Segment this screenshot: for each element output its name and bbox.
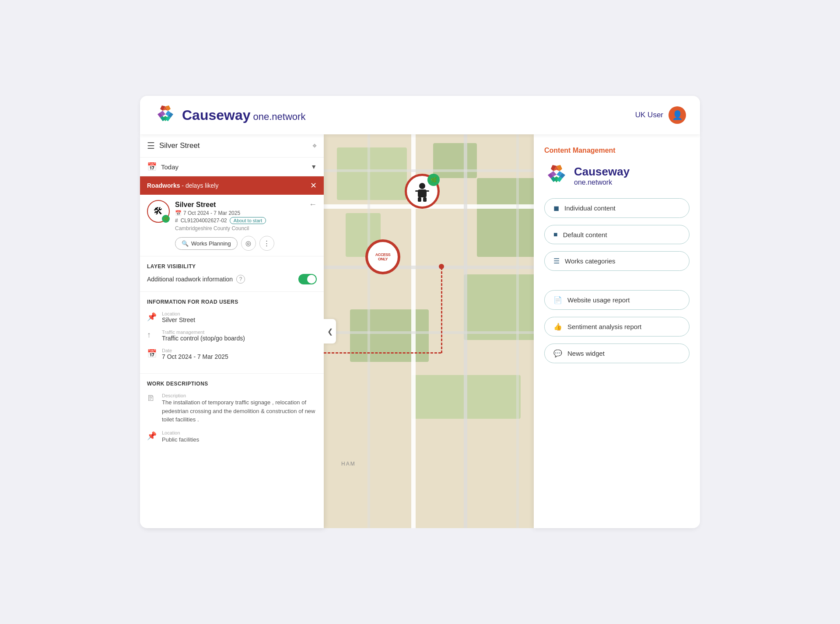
date-dropdown-arrow[interactable]: ▼	[311, 163, 317, 170]
work-desc-section: WORK DESCRIPTIONS 🖹 Description The inst…	[140, 373, 324, 457]
logo-onenetwork-text: one.network	[253, 111, 306, 123]
layer-visibility-title: LAYER VISIBILITY	[147, 263, 317, 270]
user-area: UK User 👤	[635, 106, 686, 124]
marker-circle: 🌿	[405, 174, 440, 209]
svg-point-10	[419, 183, 425, 189]
roadworks-bold-label: Roadworks	[147, 182, 180, 189]
work-icon-circle: 🛠 🌿	[147, 200, 170, 223]
btn-separator	[544, 278, 690, 283]
map-area: HAM ❮	[324, 134, 534, 528]
right-logo-causeway: Causeway	[574, 165, 630, 179]
toggle-knob	[307, 275, 316, 284]
works-categories-button[interactable]: ☰ Works categories	[544, 251, 690, 271]
target-icon: ◎	[245, 239, 251, 247]
page-background: Causeway one.network UK User 👤 ☰ Silve	[0, 0, 840, 624]
right-panel: Content Management	[534, 134, 700, 528]
about-to-start-badge: About to start	[230, 217, 266, 224]
default-content-icon: ■	[553, 231, 558, 238]
map-ham-label: HAM	[341, 461, 356, 467]
right-logo-area: Causeway one.network	[544, 163, 690, 188]
svg-rect-12	[415, 190, 419, 192]
map-green-6	[350, 309, 429, 362]
desc-row: 🖹 Description The installation of tempor…	[147, 393, 317, 424]
map-green-1	[337, 147, 407, 200]
traffic-value: Traffic control (stop/go boards)	[162, 335, 245, 342]
sentiment-analysis-icon: 👍	[553, 323, 562, 331]
work-actions: 🔍 Works Planning ◎ ⋮	[175, 236, 317, 251]
help-icon[interactable]: ?	[236, 275, 245, 284]
user-avatar[interactable]: 👤	[668, 106, 686, 124]
works-categories-icon: ☰	[553, 257, 560, 265]
back-arrow-icon[interactable]: ←	[309, 200, 317, 209]
traffic-info-row: ↑ Traffic management Traffic control (st…	[147, 330, 317, 342]
work-council: Cambridgeshire County Council	[175, 225, 317, 231]
date-icon: 📅	[147, 349, 158, 358]
action-circle-btn-1[interactable]: ◎	[241, 236, 256, 251]
location-crosshair-icon[interactable]: ⌖	[312, 141, 317, 151]
access-only-text2: ONLY	[378, 257, 388, 261]
location-desc-row: 📌 Location Public facilities	[147, 430, 317, 444]
layer-toggle[interactable]	[298, 274, 317, 284]
road-h4	[324, 331, 534, 334]
hamburger-icon[interactable]: ☰	[147, 140, 155, 151]
work-date-cal-icon: 📅	[175, 210, 182, 216]
layer-row-left: Additional roadwork information ?	[147, 275, 245, 284]
content-management-label: Content Management	[544, 147, 690, 154]
desc-location-icon: 📌	[147, 431, 158, 441]
road-h2	[324, 266, 534, 269]
leaf-icon: 🌿	[164, 217, 168, 221]
website-usage-report-button[interactable]: 📄 Website usage report	[544, 290, 690, 310]
work-ref-row: # CL91204002627-02 About to start	[175, 217, 317, 224]
work-title: Silver Street	[175, 201, 216, 209]
worker-icon: 🛠	[154, 206, 163, 217]
map-green-5	[464, 274, 534, 340]
panel-header: ☰ Silver Street ⌖	[140, 134, 324, 158]
works-planning-label: Works Planning	[191, 240, 231, 247]
traffic-icon: ↑	[147, 330, 158, 340]
logo-area: Causeway one.network	[154, 104, 305, 126]
road-v4	[516, 134, 519, 528]
location-label: Location	[162, 311, 195, 316]
access-only-text1: ACCESS	[375, 252, 391, 257]
user-label: UK User	[635, 111, 663, 119]
default-content-button[interactable]: ■ Default content	[544, 225, 690, 244]
banner-close-icon[interactable]: ✕	[310, 181, 317, 190]
desc-doc-icon: 🖹	[147, 394, 158, 403]
news-widget-label: News widget	[567, 350, 605, 357]
date-info-value: 7 Oct 2024 - 7 Mar 2025	[162, 353, 228, 360]
desc-text: The installation of temporary traffic si…	[162, 398, 317, 424]
works-planning-button[interactable]: 🔍 Works Planning	[175, 237, 238, 250]
collapse-panel-button[interactable]: ❮	[324, 319, 336, 344]
works-categories-label: Works categories	[565, 257, 616, 265]
location-content: Location Silver Street	[162, 311, 195, 323]
roadworks-map-marker[interactable]: 🌿	[405, 174, 440, 209]
more-options-icon: ⋮	[263, 239, 270, 247]
work-date-value: 7 Oct 2024 - 7 Mar 2025	[183, 210, 240, 216]
date-row: 📅 Today ▼	[140, 158, 324, 176]
sentiment-analysis-label: Sentiment analysis report	[567, 323, 641, 330]
info-section-title: INFORMATION FOR ROAD USERS	[147, 299, 317, 305]
sentiment-analysis-button[interactable]: 👍 Sentiment analysis report	[544, 317, 690, 337]
location-value: Silver Street	[162, 316, 195, 323]
road-h3	[324, 169, 534, 172]
red-dot-marker	[439, 264, 444, 269]
leaf-badge-icon: 🌿	[430, 177, 437, 183]
access-only-sign: ACCESS ONLY	[365, 239, 400, 274]
work-ref-number: CL91204002627-02	[181, 217, 227, 224]
desc-content: Description The installation of temporar…	[162, 393, 317, 424]
date-left: 📅 Today	[147, 162, 178, 172]
website-usage-icon: 📄	[553, 296, 562, 304]
dashed-line-horizontal	[324, 352, 441, 354]
street-name-header: Silver Street	[159, 141, 200, 150]
hash-icon: #	[175, 217, 178, 224]
left-panel: ☰ Silver Street ⌖ 📅 Today ▼ Roa	[140, 134, 324, 528]
main-container: Causeway one.network UK User 👤 ☰ Silve	[140, 96, 700, 528]
logo-causeway-text: Causeway	[182, 107, 251, 123]
individual-content-button[interactable]: ◼ Individual content	[544, 198, 690, 218]
action-circle-btn-2[interactable]: ⋮	[259, 236, 274, 251]
layer-section: LAYER VISIBILITY Additional roadwork inf…	[140, 256, 324, 291]
news-widget-button[interactable]: 💬 News widget	[544, 344, 690, 363]
right-causeway-logo-icon	[544, 163, 569, 188]
svg-rect-15	[423, 197, 427, 202]
date-content: Date 7 Oct 2024 - 7 Mar 2025	[162, 348, 228, 360]
